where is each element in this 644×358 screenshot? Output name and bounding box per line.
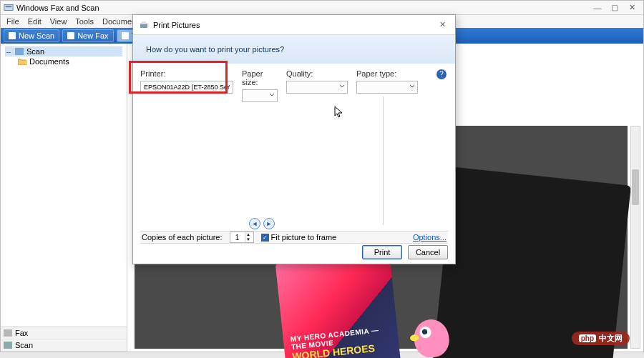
printer-icon: [139, 20, 149, 30]
preview-icon: [122, 32, 129, 39]
copies-input[interactable]: [230, 234, 245, 242]
svg-rect-1: [6, 6, 12, 7]
fit-checkbox-row[interactable]: ✓ Fit picture to frame: [261, 233, 337, 242]
close-button[interactable]: ✕: [623, 2, 640, 14]
dialog-titlebar: Print Pictures ✕: [133, 15, 455, 35]
svg-rect-3: [4, 329, 12, 337]
tree-node-documents[interactable]: Documents: [5, 56, 122, 66]
paper-type-label: Paper type:: [356, 69, 418, 78]
scrollbar[interactable]: [630, 126, 640, 349]
copies-label: Copies of each picture:: [142, 233, 223, 242]
printer-dropdown[interactable]: EPSON01A22D (ET-2850 Series): [140, 81, 233, 94]
scan-tab-icon: [4, 342, 12, 349]
paper-size-label: Paper size:: [242, 69, 278, 86]
dialog-buttons: Print Cancel: [362, 245, 448, 259]
fax-icon: [67, 32, 74, 39]
dialog-preview-left: [140, 96, 384, 225]
paper-type-dropdown[interactable]: [356, 81, 418, 94]
dialog-header: How do you want to print your pictures?: [133, 35, 455, 64]
new-scan-button[interactable]: New Scan: [4, 29, 59, 42]
cancel-button[interactable]: Cancel: [408, 245, 448, 259]
chevron-down-icon: [339, 84, 345, 89]
scanner-icon: [15, 48, 24, 55]
help-icon[interactable]: ?: [436, 69, 447, 79]
fit-label: Fit picture to frame: [271, 233, 337, 242]
maximize-button[interactable]: ▢: [606, 2, 623, 14]
dialog-title: Print Pictures: [153, 21, 200, 29]
svg-rect-2: [15, 48, 24, 55]
menu-tools[interactable]: Tools: [75, 17, 94, 26]
watermark: php 中文网: [572, 332, 630, 345]
preview-nav: ◄ ►: [133, 218, 391, 229]
menu-view[interactable]: View: [50, 17, 67, 26]
quality-label: Quality:: [286, 69, 348, 78]
scroll-thumb[interactable]: [632, 169, 639, 205]
dialog-preview-area: [140, 96, 448, 225]
printer-label: Printer:: [140, 69, 233, 78]
dvd-case-graphic: PINO: [432, 167, 631, 358]
dialog-preview-right: [384, 96, 448, 225]
tree-label-documents: Documents: [29, 57, 69, 66]
tab-scan-label: Scan: [15, 341, 33, 349]
tree-node-scan[interactable]: – Scan: [5, 46, 122, 56]
copies-stepper[interactable]: ▲▼: [230, 232, 254, 243]
svg-rect-0: [4, 4, 13, 10]
minimize-button[interactable]: —: [589, 2, 606, 14]
scan-icon: [9, 32, 16, 39]
bottom-tabs: Fax Scan: [1, 327, 127, 352]
options-link[interactable]: Options...: [413, 233, 447, 242]
print-button-label: Print: [374, 248, 391, 257]
tab-scan[interactable]: Scan: [1, 339, 127, 352]
menu-file[interactable]: File: [6, 17, 19, 26]
tab-fax-label: Fax: [15, 329, 28, 337]
collapse-icon[interactable]: –: [5, 47, 12, 56]
copies-down[interactable]: ▼: [245, 237, 252, 242]
tree-label-scan: Scan: [26, 47, 44, 56]
dialog-close-button[interactable]: ✕: [435, 20, 449, 29]
new-scan-label: New Scan: [19, 31, 54, 40]
title-bar: Windows Fax and Scan — ▢ ✕: [1, 1, 643, 15]
prev-button[interactable]: ◄: [249, 218, 260, 229]
svg-rect-4: [4, 342, 12, 349]
dialog-body: Printer: EPSON01A22D (ET-2850 Series) Pa…: [133, 64, 455, 264]
watermark-logo: php: [579, 334, 596, 342]
menu-edit[interactable]: Edit: [28, 17, 42, 26]
next-button[interactable]: ►: [263, 218, 275, 229]
dialog-bottom-row: Copies of each picture: ▲▼ ✓ Fit picture…: [140, 231, 448, 244]
fit-checkbox[interactable]: ✓: [261, 234, 269, 242]
bird-graphic: [406, 312, 457, 358]
chevron-down-icon: [225, 84, 230, 89]
fax-tab-icon: [4, 329, 12, 337]
tab-fax[interactable]: Fax: [1, 327, 127, 339]
cancel-button-label: Cancel: [416, 248, 440, 257]
sidebar: – Scan Documents Fax Scan: [1, 44, 127, 352]
folder-tree: – Scan Documents: [1, 44, 127, 327]
movie-poster-graphic: MY HERO ACADEMIA — THE MOVIE WORLD HEROE…: [275, 252, 401, 358]
chevron-down-icon: [409, 84, 415, 89]
print-button[interactable]: Print: [362, 245, 402, 259]
copies-up[interactable]: ▲: [245, 232, 252, 237]
app-title: Windows Fax and Scan: [16, 4, 99, 12]
new-fax-label: New Fax: [77, 31, 108, 40]
folder-icon: [18, 58, 26, 65]
quality-dropdown[interactable]: [286, 81, 348, 94]
printer-value: EPSON01A22D (ET-2850 Series): [144, 84, 230, 91]
watermark-text: 中文网: [599, 333, 623, 344]
new-fax-button[interactable]: New Fax: [62, 29, 113, 42]
print-pictures-dialog: Print Pictures ✕ How do you want to prin…: [132, 14, 456, 264]
app-icon: [4, 3, 14, 13]
dialog-heading: How do you want to print your pictures?: [146, 45, 284, 54]
svg-rect-6: [142, 21, 146, 24]
